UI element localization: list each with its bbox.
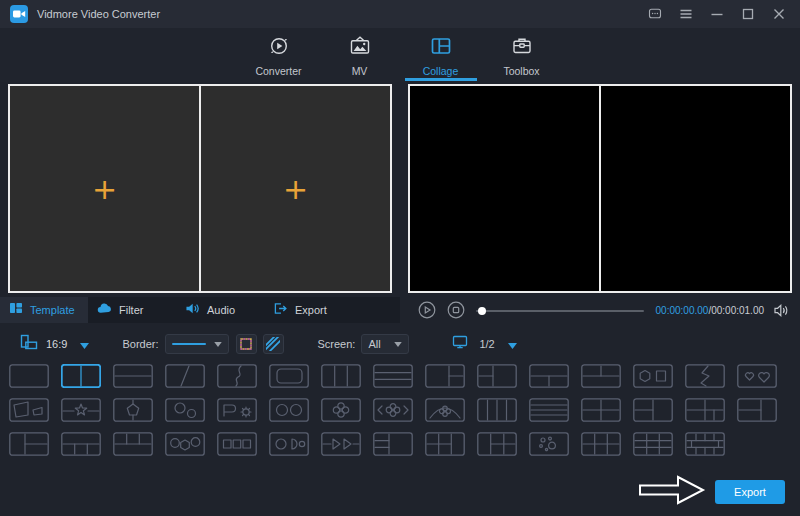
page-indicator: 1/2 (479, 338, 494, 350)
tab-filter[interactable]: Filter (88, 297, 176, 323)
playback-bar: 00:00:00.00/00:00:01.00 (406, 297, 800, 323)
stop-button[interactable] (447, 301, 465, 319)
template-row-3 (0, 432, 800, 456)
template-tile-star-band[interactable] (61, 398, 101, 422)
template-tile-two-circles-diagonal[interactable] (165, 398, 205, 422)
template-tile-skewed-quads[interactable] (9, 398, 49, 422)
tab-audio[interactable]: Audio (176, 297, 264, 323)
template-tile-hexagon-square[interactable] (633, 364, 673, 388)
template-tile-left-big-right-two[interactable] (425, 364, 465, 388)
template-tile-grid-3x2[interactable] (581, 432, 621, 456)
template-tile-clover[interactable] (321, 398, 361, 422)
template-tile-three-squares[interactable] (217, 432, 257, 456)
app-logo-icon (10, 5, 28, 23)
template-tile-rounded-inset[interactable] (269, 364, 309, 388)
tab-audio-label: Audio (207, 304, 235, 316)
template-tile-single[interactable] (9, 364, 49, 388)
template-tile-two-horizontal[interactable] (113, 364, 153, 388)
border-line-sample (172, 343, 206, 345)
annotation-arrow-icon (637, 473, 707, 511)
export-button[interactable]: Export (715, 480, 785, 504)
template-tile-arc-flower[interactable] (425, 398, 465, 422)
template-tile-lightning-split[interactable] (685, 364, 725, 388)
collage-cell-1-add[interactable]: + (10, 86, 199, 291)
border-dash-button[interactable] (236, 334, 257, 354)
template-tile-top-two-bottom-big[interactable] (581, 364, 621, 388)
template-tile-three-horizontal[interactable] (373, 364, 413, 388)
tab-template-label: Template (30, 304, 75, 316)
maximize-icon[interactable] (741, 7, 755, 21)
collage-toolbar: 16:9 Border: Screen: All 1/2 (0, 330, 800, 358)
tab-filter-label: Filter (119, 304, 143, 316)
template-tile-left-two-right-big[interactable] (477, 364, 517, 388)
aspect-caret-icon[interactable] (80, 335, 89, 353)
template-tile-scatter-dots[interactable] (529, 432, 569, 456)
feedback-icon[interactable] (648, 7, 662, 21)
template-tile-grid-2x2-right-col[interactable] (425, 432, 465, 456)
seek-track (476, 310, 644, 312)
panel-tabs: Template Filter Audio Export (0, 297, 400, 323)
export-icon (273, 301, 288, 319)
template-tile-four-horizontal[interactable] (529, 398, 569, 422)
tab-converter[interactable]: Converter (250, 28, 308, 82)
tab-template[interactable]: Template (0, 297, 88, 323)
tab-mv[interactable]: MV (331, 28, 389, 82)
volume-icon[interactable] (773, 303, 790, 318)
time-display: 00:00:00.00/00:00:01.00 (656, 305, 764, 316)
template-tile-grid-bottom-right[interactable] (685, 398, 725, 422)
menu-icon[interactable] (679, 7, 693, 21)
template-tile-left-col-grid-2x2[interactable] (477, 432, 517, 456)
template-tile-grid-3x3[interactable] (633, 432, 673, 456)
template-tile-play-arrows[interactable] (321, 432, 361, 456)
tab-collage[interactable]: Collage (412, 28, 470, 82)
template-tile-four-vertical[interactable] (477, 398, 517, 422)
border-hatch-button[interactable] (263, 334, 284, 354)
aspect-ratio-value[interactable]: 16:9 (46, 338, 67, 350)
collage-cell-2-add[interactable]: + (201, 86, 390, 291)
template-tile-two-circles[interactable] (269, 398, 309, 422)
bottom-bar: Export (0, 474, 800, 510)
tab-toolbox-label: Toolbox (503, 65, 539, 77)
template-tile-left-rows-right-tall[interactable] (373, 432, 413, 456)
template-tile-split-left-half[interactable] (633, 398, 673, 422)
template-tile-two-vertical[interactable] (61, 364, 101, 388)
close-icon[interactable] (772, 7, 786, 21)
tab-collage-label: Collage (423, 65, 459, 77)
preview-cell-1 (410, 86, 599, 291)
template-tile-flag-gear[interactable] (217, 398, 257, 422)
seek-slider[interactable] (476, 303, 644, 317)
tab-converter-label: Converter (255, 65, 301, 77)
tab-export[interactable]: Export (264, 297, 352, 323)
add-video-icon: + (283, 174, 308, 203)
filter-icon (97, 301, 112, 319)
page-caret-icon[interactable] (508, 335, 517, 353)
add-video-icon: + (92, 174, 117, 203)
converter-icon (268, 35, 290, 61)
template-tile-three-vertical[interactable] (321, 364, 361, 388)
template-tile-pentagon[interactable] (113, 398, 153, 422)
play-button[interactable] (418, 301, 436, 319)
main-nav: Converter MV Collage Toolbox (0, 28, 800, 82)
current-time: 00:00:00.00 (656, 305, 709, 316)
template-tile-clover-brackets[interactable] (373, 398, 413, 422)
template-tile-top-one-bottom-three[interactable] (61, 432, 101, 456)
minimize-icon[interactable] (710, 7, 724, 21)
template-tile-curve-split[interactable] (217, 364, 257, 388)
template-tile-two-hearts[interactable] (737, 364, 777, 388)
mv-icon (349, 35, 371, 61)
preview-viewport (408, 84, 792, 293)
border-style-dropdown[interactable] (165, 334, 229, 354)
template-tile-grid-2x2[interactable] (581, 398, 621, 422)
template-tile-left-tall-right-rows[interactable] (9, 432, 49, 456)
template-tile-circle-d-dot[interactable] (269, 432, 309, 456)
template-tile-grid-complex[interactable] (685, 432, 725, 456)
seek-knob[interactable] (478, 307, 486, 315)
template-tile-top-three-bottom-one[interactable] (113, 432, 153, 456)
template-tile-wide-left-split[interactable] (737, 398, 777, 422)
template-tile-circle-hex-circle[interactable] (165, 432, 205, 456)
template-tile-diagonal[interactable] (165, 364, 205, 388)
tab-toolbox[interactable]: Toolbox (493, 28, 551, 82)
screen-select[interactable]: All (361, 334, 409, 354)
template-icon (9, 301, 23, 319)
template-tile-top-big-bottom-two[interactable] (529, 364, 569, 388)
